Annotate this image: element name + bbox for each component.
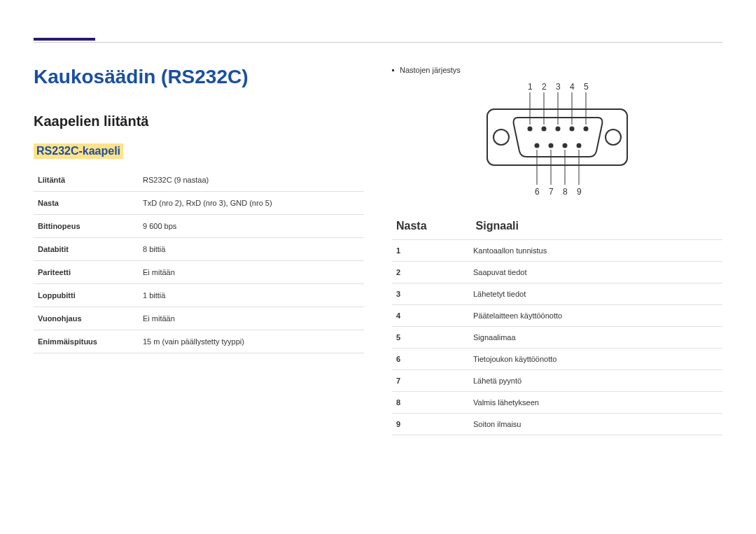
table-row: 5Signaalimaa bbox=[392, 327, 722, 349]
table-row: 6Tietojoukon käyttöönotto bbox=[392, 349, 722, 370]
pin-number: 8 bbox=[392, 392, 469, 414]
pin-number: 6 bbox=[392, 349, 469, 370]
table-row: NastaTxD (nro 2), RxD (nro 3), GND (nro … bbox=[34, 192, 364, 215]
signal-name: Päätelaitteen käyttöönotto bbox=[469, 305, 722, 327]
table-row: 3Lähetetyt tiedot bbox=[392, 283, 722, 305]
svg-point-16 bbox=[570, 127, 575, 132]
signal-name: Lähetetyt tiedot bbox=[469, 283, 722, 305]
svg-text:3: 3 bbox=[556, 82, 561, 92]
spec-value: Ei mitään bbox=[139, 307, 364, 330]
table-row: Databitit8 bittiä bbox=[34, 238, 364, 261]
table-row: Enimmäispituus15 m (vain päällystetty ty… bbox=[34, 330, 364, 353]
pin-number: 5 bbox=[392, 327, 469, 349]
signal-name: Valmis lähetykseen bbox=[469, 392, 722, 414]
table-row: 1Kantoaallon tunnistus bbox=[392, 240, 722, 262]
signal-name: Tietojoukon käyttöönotto bbox=[469, 349, 722, 370]
svg-point-17 bbox=[584, 127, 589, 132]
spec-value: 15 m (vain päällystetty tyyppi) bbox=[139, 330, 364, 353]
spec-value: 8 bittiä bbox=[139, 238, 364, 261]
svg-text:4: 4 bbox=[570, 82, 575, 92]
subsection-heading: RS232C-kaapeli bbox=[34, 143, 123, 159]
signal-name: Lähetä pyyntö bbox=[469, 370, 722, 392]
page-title: Kaukosäädin (RS232C) bbox=[34, 66, 364, 88]
spec-value: 1 bittiä bbox=[139, 284, 364, 307]
svg-point-15 bbox=[556, 127, 561, 132]
spec-label: Vuonohjaus bbox=[34, 307, 139, 330]
spec-label: Loppubitti bbox=[34, 284, 139, 307]
table-row: PariteettiEi mitään bbox=[34, 261, 364, 284]
spec-label: Nasta bbox=[34, 192, 139, 215]
svg-point-11 bbox=[493, 129, 509, 145]
signal-name: Saapuvat tiedot bbox=[469, 262, 722, 283]
svg-text:6: 6 bbox=[535, 187, 540, 197]
signal-name: Soiton ilmaisu bbox=[469, 414, 722, 435]
pin-number: 7 bbox=[392, 370, 469, 392]
svg-text:8: 8 bbox=[563, 187, 568, 197]
spec-label: Pariteetti bbox=[34, 261, 139, 284]
pin-order-label: Nastojen järjestys bbox=[392, 66, 722, 74]
spec-value: Ei mitään bbox=[139, 261, 364, 284]
svg-text:7: 7 bbox=[549, 187, 554, 197]
signal-name: Kantoaallon tunnistus bbox=[469, 240, 722, 262]
spec-label: Bittinopeus bbox=[34, 215, 139, 238]
spec-value: RS232C (9 nastaa) bbox=[139, 169, 364, 192]
pin-number: 3 bbox=[392, 283, 469, 305]
spec-value: 9 600 bps bbox=[139, 215, 364, 238]
svg-point-14 bbox=[542, 127, 547, 132]
svg-text:9: 9 bbox=[577, 187, 582, 197]
spec-label: Databitit bbox=[34, 238, 139, 261]
svg-point-20 bbox=[563, 143, 568, 148]
table-row: 4Päätelaitteen käyttöönotto bbox=[392, 305, 722, 327]
section-heading: Kaapelien liitäntä bbox=[34, 113, 364, 129]
pin-number: 9 bbox=[392, 414, 469, 435]
table-row: 2Saapuvat tiedot bbox=[392, 262, 722, 283]
svg-point-18 bbox=[535, 143, 540, 148]
bullet-icon bbox=[392, 69, 394, 71]
table-row: 9Soiton ilmaisu bbox=[392, 414, 722, 435]
table-row: LiitäntäRS232C (9 nastaa) bbox=[34, 169, 364, 192]
spec-label: Liitäntä bbox=[34, 169, 139, 192]
svg-point-19 bbox=[549, 143, 554, 148]
signal-table-header: Nasta Signaali bbox=[392, 214, 722, 240]
spec-value: TxD (nro 2), RxD (nro 3), GND (nro 5) bbox=[139, 192, 364, 215]
col-signal: Signaali bbox=[476, 220, 519, 232]
table-row: VuonohjausEi mitään bbox=[34, 307, 364, 330]
signal-table: 1Kantoaallon tunnistus2Saapuvat tiedot3L… bbox=[392, 240, 722, 435]
table-row: 7Lähetä pyyntö bbox=[392, 370, 722, 392]
pin-order-text: Nastojen järjestys bbox=[400, 66, 461, 74]
pin-number: 4 bbox=[392, 305, 469, 327]
spec-table: LiitäntäRS232C (9 nastaa)NastaTxD (nro 2… bbox=[34, 169, 364, 353]
spec-label: Enimmäispituus bbox=[34, 330, 139, 353]
table-row: 8Valmis lähetykseen bbox=[392, 392, 722, 414]
svg-text:5: 5 bbox=[584, 82, 589, 92]
db9-connector-diagram: 1 2 3 4 5 bbox=[473, 81, 641, 200]
signal-name: Signaalimaa bbox=[469, 327, 722, 349]
table-row: Bittinopeus9 600 bps bbox=[34, 215, 364, 238]
right-column: Nastojen järjestys 1 2 3 4 5 bbox=[392, 66, 722, 435]
table-row: Loppubitti1 bittiä bbox=[34, 284, 364, 307]
pin-number: 1 bbox=[392, 240, 469, 262]
left-column: Kaukosäädin (RS232C) Kaapelien liitäntä … bbox=[34, 66, 364, 435]
svg-point-21 bbox=[577, 143, 582, 148]
svg-text:2: 2 bbox=[542, 82, 547, 92]
svg-text:1: 1 bbox=[528, 82, 533, 92]
svg-point-13 bbox=[528, 127, 533, 132]
header-rule bbox=[34, 38, 722, 43]
col-pin: Nasta bbox=[396, 220, 427, 232]
pin-number: 2 bbox=[392, 262, 469, 283]
svg-point-12 bbox=[606, 129, 621, 145]
